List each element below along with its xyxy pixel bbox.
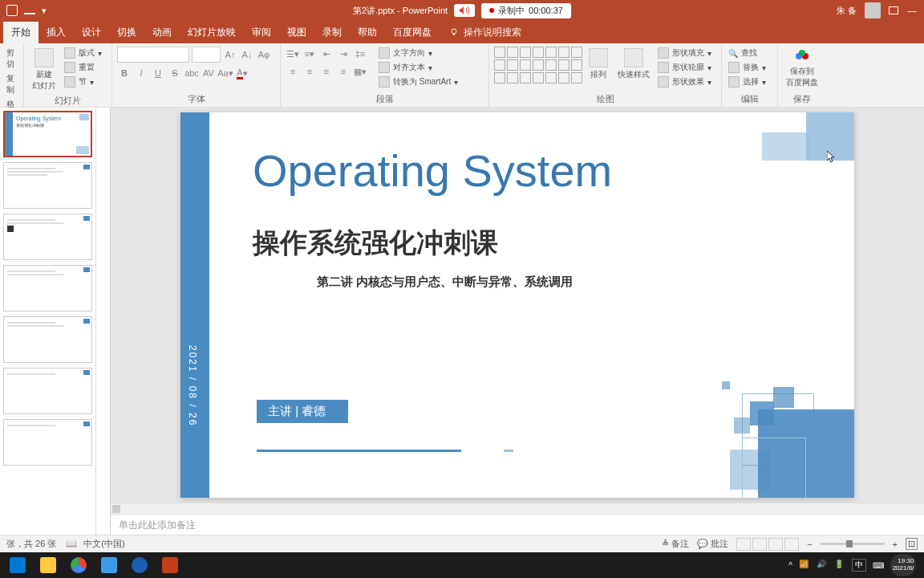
bold-button[interactable]: B: [117, 66, 132, 80]
tray-volume-icon[interactable]: 🔊: [817, 560, 828, 571]
avatar[interactable]: [865, 2, 881, 18]
shape-effects-button[interactable]: 形状效果 ▾: [656, 75, 713, 88]
shape-fill-button[interactable]: 形状填充 ▾: [656, 47, 713, 59]
copy-button[interactable]: 复制: [5, 72, 18, 96]
char-spacing-button[interactable]: AV: [201, 66, 216, 80]
reset-button[interactable]: 重置: [63, 61, 103, 74]
quickaccess-icon[interactable]: [24, 6, 35, 14]
tab-help[interactable]: 帮助: [350, 22, 385, 43]
thumbnail-1[interactable]: Operating System系统强化冲刺课: [3, 111, 92, 157]
tray-clock[interactable]: 19:30 2021/8/: [890, 554, 916, 576]
tab-design[interactable]: 设计: [74, 22, 109, 43]
taskbar-powerpoint[interactable]: [156, 554, 184, 576]
decrease-font-button[interactable]: A↓: [240, 47, 254, 62]
thumbnail-7[interactable]: [3, 419, 92, 466]
arrange-button[interactable]: 排列: [586, 47, 611, 82]
smartart-button[interactable]: 转换为 SmartArt ▾: [377, 75, 460, 88]
shape-outline-button[interactable]: 形状轮廓 ▾: [656, 61, 713, 74]
layout-button[interactable]: 版式 ▾: [63, 47, 103, 59]
clear-format-button[interactable]: Aφ: [257, 47, 271, 62]
horizontal-scrollbar[interactable]: [111, 503, 924, 514]
quick-styles-button[interactable]: 快速样式: [614, 47, 653, 82]
tab-slideshow[interactable]: 幻灯片放映: [180, 22, 244, 43]
language-indicator[interactable]: 中文(中国): [83, 538, 124, 550]
normal-view-button[interactable]: [736, 538, 751, 551]
ribbon-display-icon[interactable]: [889, 6, 898, 14]
shadow-button[interactable]: abc: [184, 66, 199, 80]
replace-button[interactable]: 替换 ▾: [727, 61, 772, 74]
new-slide-button[interactable]: 新建 幻灯片: [29, 47, 59, 93]
tray-network-icon[interactable]: 📶: [799, 560, 810, 571]
change-case-button[interactable]: Aa▾: [218, 66, 233, 80]
username[interactable]: 朱 备: [837, 5, 857, 17]
tab-transition[interactable]: 切换: [109, 22, 144, 43]
bullets-button[interactable]: ☰▾: [286, 47, 300, 61]
autosave-icon[interactable]: [6, 5, 18, 16]
line-spacing-button[interactable]: ‡≡: [353, 47, 367, 61]
tell-me-search[interactable]: 操作说明搜索: [449, 26, 521, 39]
tab-record[interactable]: 录制: [314, 22, 350, 43]
tab-baidu[interactable]: 百度网盘: [385, 22, 440, 43]
comments-toggle[interactable]: 💬 批注: [697, 538, 728, 550]
font-family-select[interactable]: [117, 47, 189, 63]
select-button[interactable]: 选择 ▾: [727, 75, 772, 88]
tray-ime[interactable]: 中: [852, 559, 866, 572]
start-button[interactable]: [3, 554, 32, 576]
tab-view[interactable]: 视图: [279, 22, 314, 43]
tray-battery-icon[interactable]: 🔋: [834, 560, 845, 571]
spellcheck-icon[interactable]: 📖: [66, 539, 77, 549]
tab-review[interactable]: 审阅: [244, 22, 279, 43]
taskbar-app-2[interactable]: [125, 554, 154, 576]
notes-toggle[interactable]: ≜ 备注: [662, 538, 689, 550]
justify-button[interactable]: ≡: [336, 64, 351, 79]
align-right-button[interactable]: ≡: [319, 64, 334, 79]
align-text-button[interactable]: 对齐文本 ▾: [377, 61, 460, 74]
decrease-indent-button[interactable]: ⇤: [319, 47, 334, 61]
cut-button[interactable]: 剪切: [5, 47, 18, 71]
sorter-view-button[interactable]: [752, 538, 767, 551]
italic-button[interactable]: I: [134, 66, 148, 80]
tab-insert[interactable]: 插入: [38, 22, 74, 43]
taskbar-chrome[interactable]: [64, 554, 93, 576]
align-left-button[interactable]: ≡: [286, 64, 300, 79]
fit-to-window-button[interactable]: ⊡: [906, 538, 918, 550]
thumbnail-5[interactable]: [3, 316, 92, 363]
reading-view-button[interactable]: [768, 538, 783, 551]
thumbnail-6[interactable]: [3, 368, 92, 414]
section-button[interactable]: 节 ▾: [63, 75, 103, 88]
tray-keyboard-icon[interactable]: ⌨: [873, 561, 884, 570]
slide-canvas-area[interactable]: 2021 / 08 / 26 Operating System 操作系统强化冲刺…: [96, 108, 924, 503]
slide-canvas[interactable]: 2021 / 08 / 26 Operating System 操作系统强化冲刺…: [180, 112, 854, 498]
underline-button[interactable]: U: [151, 66, 165, 80]
notes-pane[interactable]: 单击此处添加备注: [111, 514, 924, 535]
numbering-button[interactable]: ≡▾: [302, 47, 317, 61]
thumbnail-4[interactable]: [3, 265, 92, 311]
text-direction-button[interactable]: 文字方向 ▾: [377, 47, 460, 59]
thumbnail-3[interactable]: [3, 214, 92, 260]
tab-animation[interactable]: 动画: [144, 22, 180, 43]
slide-subtitle[interactable]: 操作系统强化冲刺课: [253, 225, 498, 262]
minimize-button[interactable]: —: [906, 5, 918, 16]
taskbar-explorer[interactable]: [34, 554, 63, 576]
zoom-slider[interactable]: [821, 543, 885, 545]
strike-button[interactable]: S: [168, 66, 182, 80]
increase-indent-button[interactable]: ⇥: [336, 47, 351, 61]
slide-lecturer[interactable]: 主讲 | 睿德: [257, 400, 348, 423]
slideshow-view-button[interactable]: [784, 538, 799, 551]
slide-thumbnail-panel[interactable]: Operating System系统强化冲刺课: [0, 108, 96, 535]
font-color-button[interactable]: A▾: [235, 66, 249, 80]
shapes-gallery[interactable]: [494, 47, 582, 83]
dropdown-icon[interactable]: ▾: [42, 6, 47, 16]
tab-start[interactable]: 开始: [3, 22, 38, 43]
align-center-button[interactable]: ≡: [302, 64, 317, 79]
taskbar-app-1[interactable]: [95, 554, 124, 576]
slide-title[interactable]: Operating System: [253, 144, 612, 197]
zoom-out-button[interactable]: −: [807, 539, 812, 549]
slide-lecture-topic[interactable]: 第二讲 内核态与用户态、中断与异常、系统调用: [317, 275, 573, 290]
tray-chevron-icon[interactable]: ^: [788, 561, 792, 570]
zoom-in-button[interactable]: +: [893, 539, 898, 549]
find-button[interactable]: 🔍 查找: [727, 47, 772, 59]
font-size-select[interactable]: [192, 47, 221, 63]
save-to-baidu-button[interactable]: 保存到 百度网盘: [783, 47, 821, 90]
columns-button[interactable]: ▦▾: [353, 64, 367, 79]
